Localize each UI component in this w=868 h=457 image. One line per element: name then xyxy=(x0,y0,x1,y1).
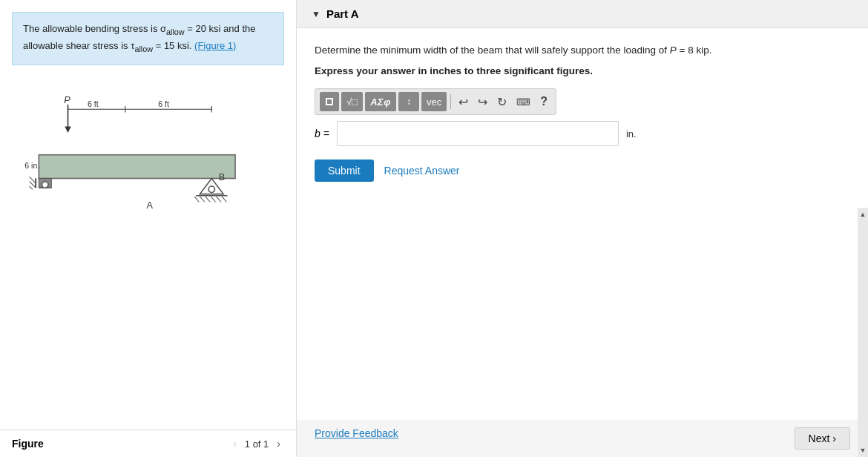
next-button[interactable]: Next › xyxy=(795,427,850,450)
answer-label: b = xyxy=(315,128,329,139)
question-text: Determine the minimum width of the beam … xyxy=(315,43,850,58)
part-content: Determine the minimum width of the beam … xyxy=(297,28,868,420)
label-6ft-left: 6 ft xyxy=(88,99,99,108)
beam-svg: P 6 ft 6 ft 6 in. xyxy=(22,92,260,226)
svg-line-18 xyxy=(211,197,215,202)
label-p: P xyxy=(64,95,70,105)
next-arrow: › xyxy=(832,433,836,444)
svg-line-12 xyxy=(30,186,33,189)
answer-row: b = in. xyxy=(315,121,850,146)
instruction-text: Express your answer in inches to three s… xyxy=(315,65,850,76)
svg-line-20 xyxy=(222,197,226,202)
toolbar-keyboard-btn[interactable]: ⌨ xyxy=(513,92,534,111)
svg-line-17 xyxy=(206,197,210,202)
svg-line-19 xyxy=(217,197,221,202)
part-header: ▼ Part A xyxy=(297,0,868,28)
svg-point-22 xyxy=(42,182,48,188)
figure-prev-button[interactable]: ‹ xyxy=(229,436,240,451)
submit-button[interactable]: Submit xyxy=(315,160,374,182)
problem-statement: The allowable bending stress is σallow =… xyxy=(12,12,284,65)
svg-line-15 xyxy=(194,197,199,202)
bottom-row: Provide Feedback Next › xyxy=(297,420,868,457)
toolbar-redo-btn[interactable]: ↪ xyxy=(474,92,491,111)
figure-header: Figure ‹ 1 of 1 › xyxy=(0,430,296,457)
figure-next-button[interactable]: › xyxy=(273,436,284,451)
svg-marker-1 xyxy=(65,126,70,132)
action-row: Submit Request Answer xyxy=(315,160,850,182)
toolbar-asigma-btn[interactable]: AΣφ xyxy=(365,92,396,111)
request-answer-link[interactable]: Request Answer xyxy=(384,165,460,177)
toolbar-vec-btn[interactable]: vec xyxy=(421,92,447,111)
next-label: Next xyxy=(809,433,830,444)
figure-area: P 6 ft 6 ft 6 in. xyxy=(0,77,296,430)
scrollbar[interactable]: ▲ ▼ xyxy=(858,208,868,457)
right-panel: ▼ Part A Determine the minimum width of … xyxy=(297,0,868,457)
beam-body xyxy=(39,155,235,179)
math-toolbar: √□ AΣφ ↕ vec ↩ ↪ ↻ ⌨ ? xyxy=(315,88,556,115)
toolbar-undo-btn[interactable]: ↩ xyxy=(455,92,472,111)
label-a: A xyxy=(146,200,153,211)
label-6ft-right: 6 ft xyxy=(158,99,169,108)
left-panel: The allowable bending stress is σallow =… xyxy=(0,0,297,457)
label-b: B xyxy=(219,171,225,182)
part-title: Part A xyxy=(326,7,359,20)
toolbar-matrix-btn[interactable] xyxy=(320,92,339,111)
svg-line-16 xyxy=(200,197,204,202)
figure-page: 1 of 1 xyxy=(245,438,269,450)
figure-title: Figure xyxy=(12,438,44,450)
part-collapse-arrow[interactable]: ▼ xyxy=(312,9,320,19)
feedback-link[interactable]: Provide Feedback xyxy=(315,427,398,439)
figure-link[interactable]: (Figure 1) xyxy=(194,40,236,51)
toolbar-sqrt-btn[interactable]: √□ xyxy=(341,92,363,111)
label-6in: 6 in. xyxy=(24,161,39,170)
scroll-up-arrow[interactable]: ▲ xyxy=(860,211,867,218)
toolbar-refresh-btn[interactable]: ↻ xyxy=(493,92,510,111)
toolbar-arrows-btn[interactable]: ↕ xyxy=(398,92,419,111)
scroll-down-arrow[interactable]: ▼ xyxy=(860,447,867,454)
svg-point-21 xyxy=(208,186,214,192)
toolbar-help-btn[interactable]: ? xyxy=(536,92,551,111)
beam-diagram: P 6 ft 6 ft 6 in. xyxy=(0,77,296,240)
figure-nav: ‹ 1 of 1 › xyxy=(229,436,284,451)
answer-input[interactable] xyxy=(337,121,619,146)
toolbar-divider xyxy=(450,94,451,109)
answer-unit: in. xyxy=(626,128,637,139)
